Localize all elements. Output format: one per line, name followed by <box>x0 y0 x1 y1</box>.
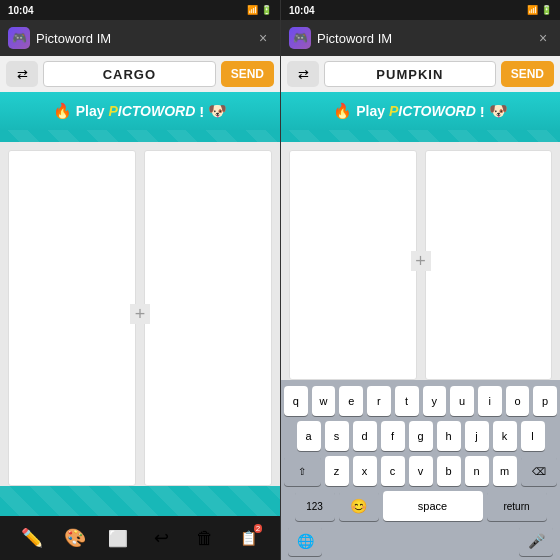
key-c[interactable]: c <box>381 456 405 486</box>
layers-button[interactable]: 📋2 <box>232 522 264 554</box>
teal-top-left <box>0 130 280 142</box>
toolbar-left: ✏️ 🎨 ⬜ ↩ 🗑 📋2 <box>0 516 280 560</box>
key-z[interactable]: z <box>325 456 349 486</box>
key-i[interactable]: i <box>478 386 502 416</box>
image-panel-left-2[interactable] <box>144 150 272 486</box>
key-d[interactable]: d <box>353 421 377 451</box>
teal-top-right <box>281 130 560 142</box>
numbers-key[interactable]: 123 <box>295 491 335 521</box>
input-bar-right: ⇄ PUMPKIN SEND <box>281 56 560 92</box>
status-time-right: 10:04 <box>289 5 315 16</box>
keyboard-bottom-bar: 🌐 🎤 <box>284 526 557 556</box>
app-header-right-group: 🎮 Pictoword IM <box>289 27 392 49</box>
dog-emoji-left: 🐶 <box>208 102 227 120</box>
exclamation-left: ! <box>199 103 204 120</box>
shift-key[interactable]: ⇧ <box>284 456 321 486</box>
key-x[interactable]: x <box>353 456 377 486</box>
pictoword-logo-right: PICTOWORD <box>389 103 476 119</box>
key-y[interactable]: y <box>423 386 447 416</box>
key-r[interactable]: r <box>367 386 391 416</box>
play-banner-text-left: 🔥 Play PICTOWORD ! 🐶 <box>53 102 228 120</box>
globe-key[interactable]: 🌐 <box>288 526 322 556</box>
right-panel: 10:04 📶🔋 🎮 Pictoword IM × ⇄ PUMPKIN SEND… <box>280 0 560 560</box>
key-s[interactable]: s <box>325 421 349 451</box>
image-panel-right-1[interactable] <box>289 150 417 380</box>
status-bar-right: 10:04 📶🔋 <box>281 0 560 20</box>
play-banner-left: 🔥 Play PICTOWORD ! 🐶 <box>0 92 280 130</box>
fire-emoji-left: 🔥 <box>53 102 72 120</box>
keyboard-row-1: q w e r t y u i o p <box>284 386 557 416</box>
key-v[interactable]: v <box>409 456 433 486</box>
app-header-left: 🎮 Pictoword IM × <box>0 20 280 56</box>
undo-button[interactable]: ↩ <box>146 522 178 554</box>
key-t[interactable]: t <box>395 386 419 416</box>
image-panels-left: + <box>0 142 280 486</box>
trash-button[interactable]: 🗑 <box>189 522 221 554</box>
play-banner-right: 🔥 Play PICTOWORD ! 🐶 <box>281 92 560 130</box>
word-input-right[interactable]: PUMPKIN <box>324 61 496 87</box>
status-icons-right: 📶🔋 <box>527 5 552 15</box>
key-g[interactable]: g <box>409 421 433 451</box>
left-panel: 10:04 📶🔋 🎮 Pictoword IM × ⇄ CARGO SEND 🔥… <box>0 0 280 560</box>
key-k[interactable]: k <box>493 421 517 451</box>
mic-key[interactable]: 🎤 <box>519 526 553 556</box>
key-f[interactable]: f <box>381 421 405 451</box>
key-n[interactable]: n <box>465 456 489 486</box>
key-j[interactable]: j <box>465 421 489 451</box>
close-button-left[interactable]: × <box>254 29 272 47</box>
space-key[interactable]: space <box>383 491 483 521</box>
close-button-right[interactable]: × <box>534 29 552 47</box>
eraser-button[interactable]: ⬜ <box>102 522 134 554</box>
key-b[interactable]: b <box>437 456 461 486</box>
key-m[interactable]: m <box>493 456 517 486</box>
key-e[interactable]: e <box>339 386 363 416</box>
key-p[interactable]: p <box>533 386 557 416</box>
bottom-teal-left <box>0 486 280 516</box>
app-header-left-group: 🎮 Pictoword IM <box>8 27 111 49</box>
exclamation-right: ! <box>480 103 485 120</box>
status-time-left: 10:04 <box>8 5 34 16</box>
emoji-key[interactable]: 😊 <box>339 491 379 521</box>
dog-emoji-right: 🐶 <box>489 102 508 120</box>
canvas-section-left: + <box>0 142 280 486</box>
keyboard-row-2: a s d f g h j k l <box>284 421 557 451</box>
return-key[interactable]: return <box>487 491 547 521</box>
palette-button[interactable]: 🎨 <box>59 522 91 554</box>
canvas-section-right: + <box>281 142 560 380</box>
image-panels-right: + <box>281 142 560 380</box>
key-l[interactable]: l <box>521 421 545 451</box>
keyboard-row-4: 123 😊 space return <box>284 491 557 521</box>
fire-emoji-right: 🔥 <box>333 102 352 120</box>
send-button-left[interactable]: SEND <box>221 61 274 87</box>
play-banner-text-right: 🔥 Play PICTOWORD ! 🐶 <box>333 102 508 120</box>
send-button-right[interactable]: SEND <box>501 61 554 87</box>
keyboard: q w e r t y u i o p a s d f g h j k l ⇧ … <box>281 380 560 560</box>
key-q[interactable]: q <box>284 386 308 416</box>
app-icon-left: 🎮 <box>8 27 30 49</box>
pictoword-logo-left: PICTOWORD <box>108 103 195 119</box>
app-icon-right: 🎮 <box>289 27 311 49</box>
status-bar-left: 10:04 📶🔋 <box>0 0 280 20</box>
play-text-left: Play <box>76 103 105 119</box>
app-title-left: Pictoword IM <box>36 31 111 46</box>
key-a[interactable]: a <box>297 421 321 451</box>
image-panel-right-2[interactable] <box>425 150 553 380</box>
key-w[interactable]: w <box>312 386 336 416</box>
app-header-right: 🎮 Pictoword IM × <box>281 20 560 56</box>
input-bar-left: ⇄ CARGO SEND <box>0 56 280 92</box>
image-panel-left-1[interactable] <box>8 150 136 486</box>
key-h[interactable]: h <box>437 421 461 451</box>
status-icons-left: 📶🔋 <box>247 5 272 15</box>
key-u[interactable]: u <box>450 386 474 416</box>
pencil-button[interactable]: ✏️ <box>16 522 48 554</box>
key-o[interactable]: o <box>506 386 530 416</box>
plus-divider-right: + <box>411 251 431 271</box>
backspace-key[interactable]: ⌫ <box>521 456 558 486</box>
play-text-right: Play <box>356 103 385 119</box>
keyboard-row-3: ⇧ z x c v b n m ⌫ <box>284 456 557 486</box>
plus-divider-left: + <box>130 304 150 324</box>
shuffle-button-left[interactable]: ⇄ <box>6 61 38 87</box>
word-input-left[interactable]: CARGO <box>43 61 216 87</box>
app-title-right: Pictoword IM <box>317 31 392 46</box>
shuffle-button-right[interactable]: ⇄ <box>287 61 319 87</box>
